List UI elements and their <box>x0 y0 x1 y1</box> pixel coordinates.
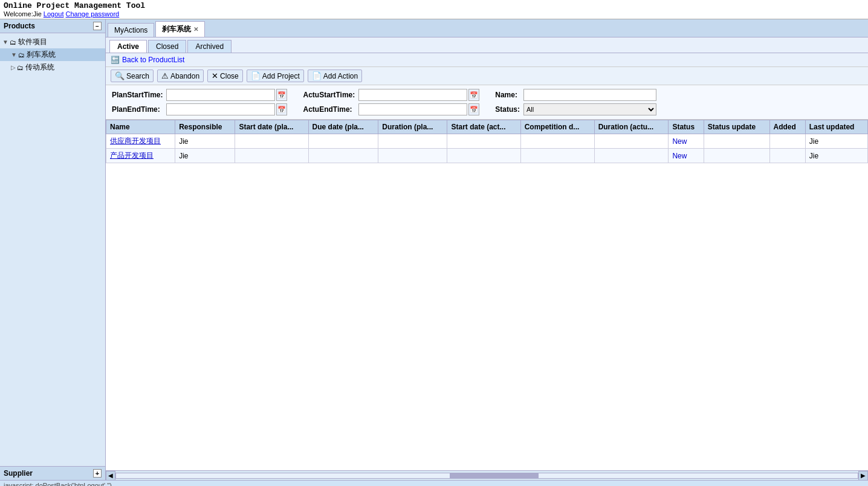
plan-start-time-input[interactable] <box>166 89 275 101</box>
col-added: Added <box>769 120 805 134</box>
sidebar-tree: ▼ 🗂 软件项目 ▼ 🗂 刹车系统 ▷ 🗂 传动系统 <box>0 33 105 76</box>
tab-myactions-label: MyActions <box>114 26 147 34</box>
tab-brake-system-label: 刹车系统 <box>162 24 191 34</box>
search-icon: 🔍 <box>115 71 125 80</box>
app-welcome: Welcome:Jie Logout Change password <box>4 10 864 18</box>
actu-start-time-input[interactable] <box>358 89 467 101</box>
actu-start-time-cal-icon[interactable]: 📅 <box>468 89 479 101</box>
back-arrow-icon: 🔙 <box>111 56 120 64</box>
sidebar-supplier-label: Supplier <box>4 469 33 478</box>
cell-added-1 <box>769 149 805 163</box>
actu-end-time-label: ActuEndTime: <box>303 105 355 114</box>
name-label: Name: <box>495 91 520 99</box>
status-bar: javascript: doPostBack('btnLogout','') <box>0 480 868 486</box>
cell-status-update-0 <box>704 134 769 149</box>
data-table: Name Responsible Start date (pla... Due … <box>106 120 868 163</box>
sidebar-item-software[interactable]: ▼ 🗂 软件项目 <box>0 36 105 48</box>
scroll-track[interactable] <box>115 473 858 479</box>
col-start-plan: Start date (pla... <box>235 120 308 134</box>
status-bar-text: javascript: doPostBack('btnLogout','') <box>4 482 112 486</box>
sidebar-products-label: Products <box>4 22 35 30</box>
tab-bar: MyActions 刹车系统 ✕ <box>106 19 868 37</box>
sidebar-add-icon[interactable]: + <box>93 469 102 478</box>
cell-last-updated-1: Jie <box>805 149 867 163</box>
cell-start-act-1 <box>447 149 520 163</box>
plan-end-time-label: PlanEndTime: <box>112 105 163 114</box>
sidebar: Products − ▼ 🗂 软件项目 ▼ 🗂 刹车系统 ▷ <box>0 19 106 480</box>
plan-start-time-input-wrap: 📅 <box>166 89 299 101</box>
name-input-wrap <box>523 89 862 101</box>
add-action-button[interactable]: 📄 Add Action <box>308 70 362 82</box>
sidebar-item-transmission[interactable]: ▷ 🗂 传动系统 <box>0 61 105 74</box>
cell-name-0: 供应商开发项目 <box>106 134 175 149</box>
cell-status-update-1 <box>704 149 769 163</box>
col-status: Status <box>669 120 704 134</box>
col-status-update: Status update <box>704 120 769 134</box>
sub-tab-active[interactable]: Active <box>109 40 147 53</box>
actu-end-time-input-wrap: 📅 <box>358 103 491 115</box>
tree-label-software: 软件项目 <box>18 37 47 47</box>
scrollbar-area[interactable]: ◀ ▶ <box>106 470 868 480</box>
plan-end-time-input[interactable] <box>166 103 275 115</box>
change-password-link[interactable]: Change password <box>66 10 120 18</box>
col-competition: Competition d... <box>520 120 594 134</box>
col-responsible: Responsible <box>175 120 235 134</box>
sub-tab-closed-label: Closed <box>156 42 178 51</box>
scroll-left-arrow[interactable]: ◀ <box>106 471 115 481</box>
app-title: Online Project Management Tool <box>4 1 864 10</box>
col-name: Name <box>106 120 175 134</box>
close-button-label: Close <box>220 72 239 80</box>
plan-end-time-input-wrap: 📅 <box>166 103 299 115</box>
cell-status-1: New <box>669 149 704 163</box>
tree-label-brake: 刹车系统 <box>27 50 56 60</box>
sidebar-products-header[interactable]: Products − <box>0 19 105 33</box>
scroll-thumb[interactable] <box>450 473 539 478</box>
plan-end-time-cal-icon[interactable]: 📅 <box>276 103 287 115</box>
tab-myactions[interactable]: MyActions <box>108 23 154 37</box>
sidebar-supplier-section: Supplier + <box>0 467 105 480</box>
sub-tab-archived[interactable]: Archived <box>187 40 232 53</box>
tab-close-icon[interactable]: ✕ <box>193 26 198 33</box>
content-area: MyActions 刹车系统 ✕ Active Closed Archived <box>106 19 868 480</box>
logout-link[interactable]: Logout <box>44 10 64 18</box>
sidebar-collapse-icon[interactable]: − <box>93 22 102 30</box>
sidebar-bottom: Supplier + <box>0 466 105 480</box>
back-link[interactable]: 🔙 Back to ProductList <box>106 53 868 67</box>
main-layout: Products − ▼ 🗂 软件项目 ▼ 🗂 刹车系统 ▷ <box>0 19 868 480</box>
add-action-button-label: Add Action <box>323 72 358 80</box>
plan-start-time-label: PlanStartTime: <box>112 91 163 99</box>
project-link-0[interactable]: 供应商开发项目 <box>110 137 161 145</box>
cell-competition-0 <box>520 134 594 149</box>
status-select[interactable]: All New In Progress Done Closed <box>523 103 656 115</box>
cell-duration-plan-1 <box>378 149 447 163</box>
cell-responsible-0: Jie <box>175 134 235 149</box>
sub-tab-closed[interactable]: Closed <box>148 40 186 53</box>
scroll-right-arrow[interactable]: ▶ <box>858 471 868 481</box>
name-input[interactable] <box>523 89 656 101</box>
col-start-act: Start date (act... <box>447 120 520 134</box>
abandon-icon: ⚠ <box>161 71 169 80</box>
data-table-wrap[interactable]: Name Responsible Start date (pla... Due … <box>106 120 868 470</box>
cell-duration-plan-0 <box>378 134 447 149</box>
cell-last-updated-0: Jie <box>805 134 867 149</box>
col-due-plan: Due date (pla... <box>308 120 378 134</box>
table-header-row: Name Responsible Start date (pla... Due … <box>106 120 868 134</box>
search-button[interactable]: 🔍 Search <box>111 70 154 82</box>
plan-start-time-cal-icon[interactable]: 📅 <box>276 89 287 101</box>
toolbar: 🔍 Search ⚠ Abandon ✕ Close 📄 Add Project… <box>106 67 868 85</box>
back-link-text: Back to ProductList <box>122 56 184 64</box>
sidebar-item-brake[interactable]: ▼ 🗂 刹车系统 <box>0 48 105 61</box>
actu-end-time-input[interactable] <box>358 103 467 115</box>
close-button[interactable]: ✕ Close <box>207 70 243 82</box>
cell-due-plan-1 <box>308 149 378 163</box>
project-link-1[interactable]: 产品开发项目 <box>110 151 154 160</box>
abandon-button[interactable]: ⚠ Abandon <box>157 70 204 82</box>
table-row: 供应商开发项目 Jie New Jie <box>106 134 868 149</box>
cell-duration-act-0 <box>594 134 669 149</box>
tab-brake-system[interactable]: 刹车系统 ✕ <box>155 21 205 37</box>
actu-end-time-cal-icon[interactable]: 📅 <box>468 103 479 115</box>
col-duration-act: Duration (actu... <box>594 120 669 134</box>
cell-competition-1 <box>520 149 594 163</box>
cell-duration-act-1 <box>594 149 669 163</box>
add-project-button[interactable]: 📄 Add Project <box>247 70 304 82</box>
